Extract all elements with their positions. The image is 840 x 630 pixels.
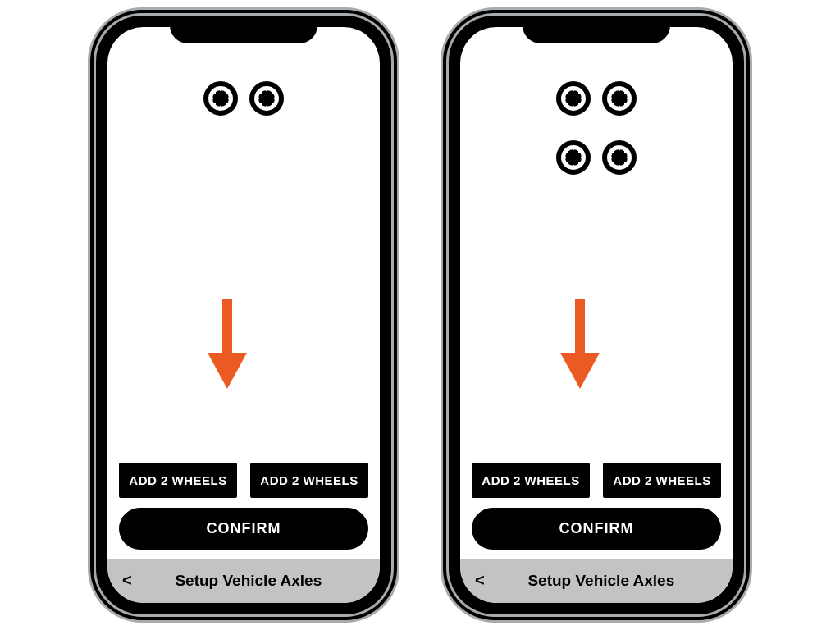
confirm-row: CONFIRM [107,508,380,559]
footer-title: Setup Vehicle Axles [503,572,700,590]
add-wheels-row: ADD 2 WHEELS ADD 2 WHEELS [460,463,733,508]
svg-rect-0 [222,299,232,356]
axle-content-area [107,27,380,463]
svg-rect-2 [575,299,585,356]
phone-frame: ADD 2 WHEELS ADD 2 WHEELS CONFIRM < Setu… [449,16,744,614]
wheel-icon [203,81,238,116]
arrow-down-icon [204,299,250,389]
phone-frame: ADD 2 WHEELS ADD 2 WHEELS CONFIRM < Setu… [96,16,391,614]
confirm-row: CONFIRM [460,508,733,559]
phone-screen: ADD 2 WHEELS ADD 2 WHEELS CONFIRM < Setu… [107,27,380,603]
add-wheels-right-button[interactable]: ADD 2 WHEELS [603,463,721,498]
confirm-button[interactable]: CONFIRM [472,508,721,550]
hint-arrow [204,299,250,463]
hint-arrow [557,299,603,463]
wheel-icon [602,81,637,116]
svg-marker-1 [208,353,247,389]
axle-content-area [460,27,733,463]
wheel-icon [249,81,284,116]
add-wheels-left-button[interactable]: ADD 2 WHEELS [119,463,237,498]
footer-title: Setup Vehicle Axles [150,572,347,590]
back-button[interactable]: < [119,571,135,590]
phone-notch [523,16,670,43]
axle-row [556,140,637,175]
add-wheels-row: ADD 2 WHEELS ADD 2 WHEELS [107,463,380,508]
axle-row [203,81,284,116]
wheel-icon [556,140,591,175]
axle-group [203,81,284,116]
footer-bar: < Setup Vehicle Axles [107,559,380,603]
axle-row [556,81,637,116]
wheel-icon [602,140,637,175]
axle-group [556,81,637,175]
add-wheels-right-button[interactable]: ADD 2 WHEELS [250,463,368,498]
phone-screen: ADD 2 WHEELS ADD 2 WHEELS CONFIRM < Setu… [460,27,733,603]
footer-bar: < Setup Vehicle Axles [460,559,733,603]
stage: ADD 2 WHEELS ADD 2 WHEELS CONFIRM < Setu… [0,0,840,630]
arrow-down-icon [557,299,603,389]
add-wheels-left-button[interactable]: ADD 2 WHEELS [472,463,590,498]
phone-notch [170,16,317,43]
confirm-button[interactable]: CONFIRM [119,508,368,550]
wheel-icon [556,81,591,116]
back-button[interactable]: < [472,571,488,590]
svg-marker-3 [560,353,600,389]
